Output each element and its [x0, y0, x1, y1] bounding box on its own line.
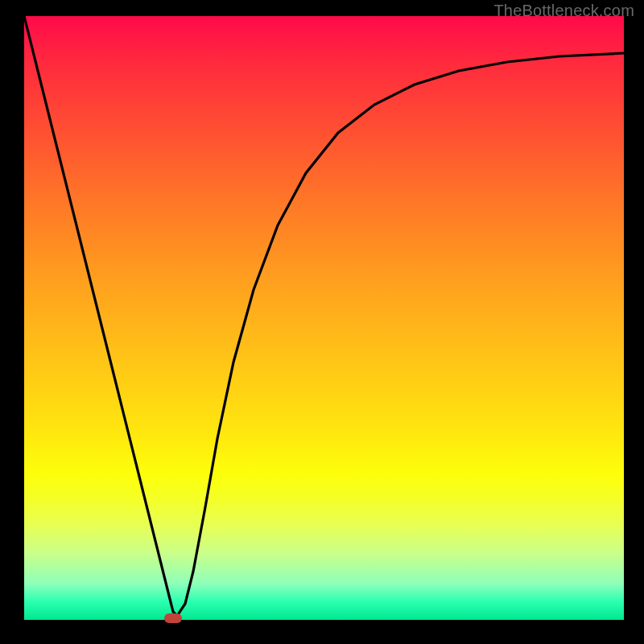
plot-area — [24, 16, 624, 620]
curve-svg — [24, 16, 624, 620]
chart-frame: TheBottleneck.com — [0, 0, 644, 644]
optimum-marker — [164, 613, 182, 623]
bottleneck-curve — [24, 16, 624, 616]
watermark-text: TheBottleneck.com — [493, 2, 634, 20]
